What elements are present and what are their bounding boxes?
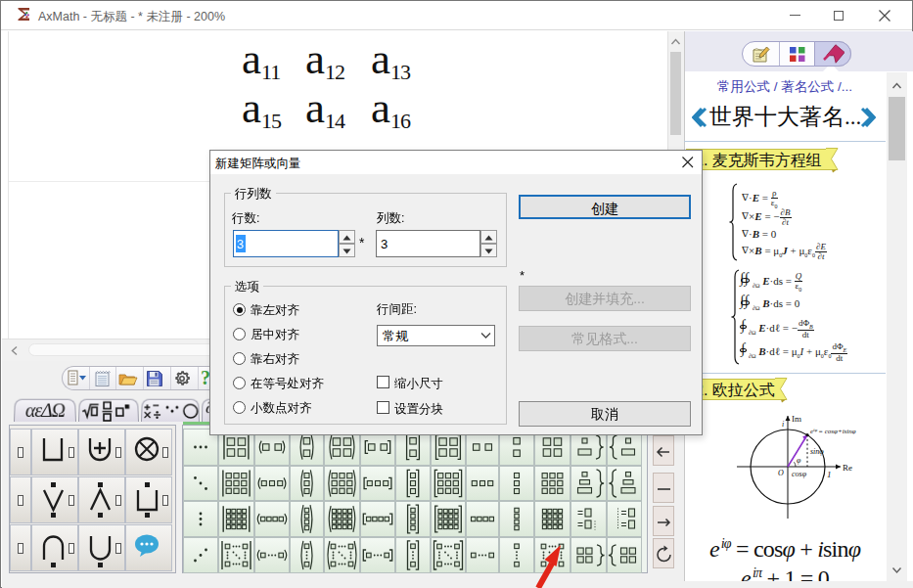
svg-text:Im: Im <box>792 414 801 424</box>
svg-text:cosφ: cosφ <box>792 470 807 478</box>
svg-text:i: i <box>782 420 784 429</box>
svg-text:φ: φ <box>797 456 801 465</box>
svg-text:1: 1 <box>827 470 832 479</box>
svg-text:eiφ= cosφ+isinφ: eiφ= cosφ+isinφ <box>810 428 856 435</box>
svg-text:Re: Re <box>843 463 852 473</box>
svg-text:O: O <box>778 469 784 477</box>
svg-text:sinφ: sinφ <box>810 447 824 456</box>
